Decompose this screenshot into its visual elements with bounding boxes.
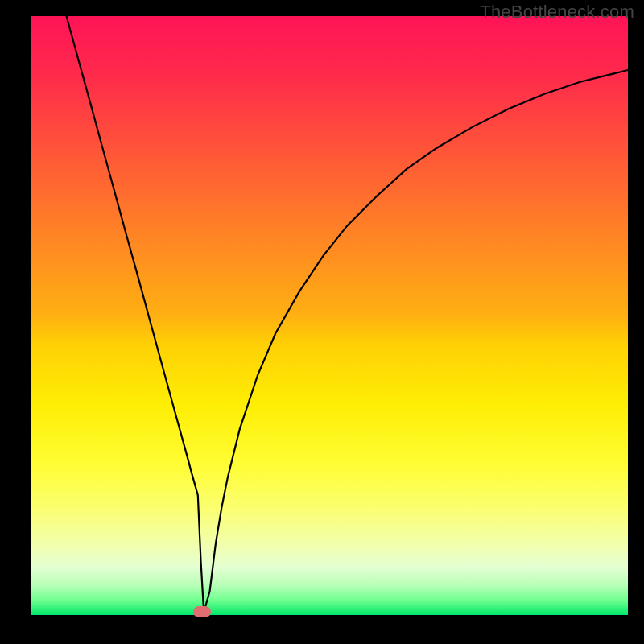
chart-frame: TheBottleneck.com (0, 0, 644, 644)
plot-area (31, 16, 628, 615)
watermark-text: TheBottleneck.com (480, 2, 634, 23)
curve-path (67, 16, 629, 612)
bottleneck-curve (31, 16, 628, 615)
optimal-point-marker (193, 606, 211, 617)
